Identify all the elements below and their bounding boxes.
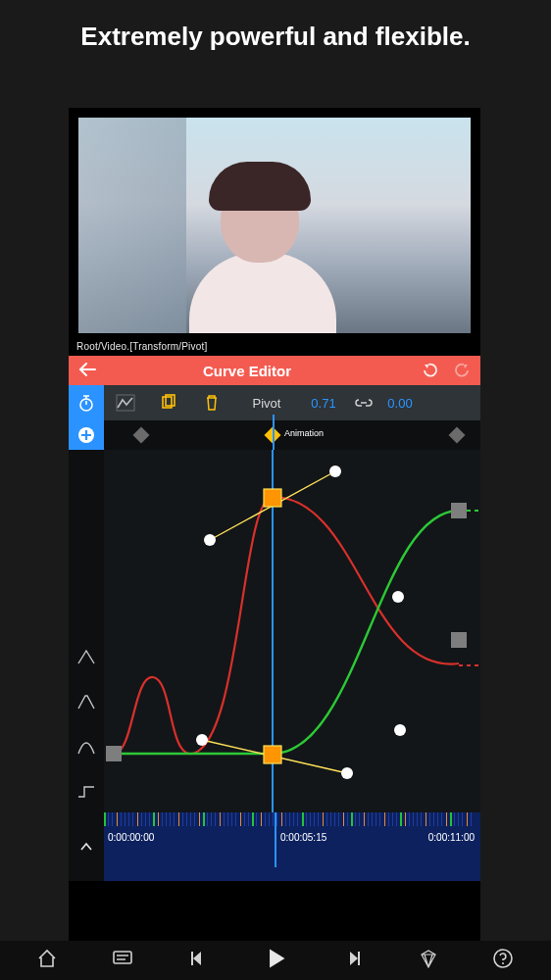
video-preview[interactable] [78,118,471,333]
graph-mode-icon[interactable] [104,385,147,420]
time-label: 0:00:05:15 [280,832,326,843]
curve-toolbar: Pivot 0.71 0.00 [69,385,480,420]
svg-rect-20 [191,952,193,965]
keyframe-marker[interactable] [133,427,150,444]
svg-point-23 [502,962,504,964]
easing-linear-icon[interactable] [76,648,96,665]
timeline-ruler[interactable] [104,812,480,826]
app-frame: Root/Video.[Transform/Pivot] Curve Edito… [69,108,480,941]
panel-title: Curve Editor [86,363,408,379]
param-value-1[interactable]: 0.71 [300,385,347,420]
svg-rect-12 [451,632,467,648]
curve-canvas[interactable] [104,450,480,812]
easing-presets [69,450,104,812]
step-forward-icon[interactable] [342,948,364,973]
time-label: 0:00:11:00 [428,832,475,843]
svg-point-14 [329,466,341,477]
svg-point-22 [494,950,512,967]
diamond-icon[interactable] [418,948,439,973]
animation-label: Animation [284,428,324,438]
svg-point-13 [204,534,216,546]
easing-step-icon[interactable] [76,783,96,801]
svg-rect-11 [451,503,467,518]
svg-point-15 [196,734,208,746]
play-icon[interactable] [263,946,288,975]
timeline-labels: 0:00:00:00 0:00:05:15 0:00:11:00 [104,826,480,871]
param-value-2[interactable]: 0.00 [380,385,420,420]
breadcrumb: Root/Video.[Transform/Pivot] [69,333,480,356]
easing-peak-icon[interactable] [76,693,96,710]
step-back-icon[interactable] [187,948,209,973]
svg-rect-8 [264,489,281,507]
param-label: Pivot [233,385,300,420]
svg-rect-9 [264,746,281,763]
keyframe-marker[interactable] [449,427,466,444]
svg-point-17 [392,591,404,603]
add-keyframe-button[interactable] [69,420,104,450]
undo-icon[interactable] [422,362,439,380]
comment-icon[interactable] [112,948,133,973]
curve-area [69,450,480,812]
svg-rect-21 [358,952,360,965]
home-icon[interactable] [36,948,58,973]
easing-bell-icon[interactable] [76,738,96,756]
timeline-collapse-icon[interactable] [69,812,104,881]
svg-rect-10 [106,746,122,761]
copy-icon[interactable] [147,385,190,420]
delete-icon[interactable] [190,385,233,420]
timeline[interactable]: 0:00:00:00 0:00:05:15 0:00:11:00 [69,812,480,881]
keyframe-track[interactable]: Animation [69,420,480,450]
headline: Extremely powerful and flexible. [0,0,551,64]
svg-rect-19 [114,952,131,963]
redo-icon[interactable] [453,362,471,380]
time-label: 0:00:00:00 [108,832,154,843]
help-icon[interactable] [492,948,514,973]
bottom-nav [0,941,551,980]
mode-timing-button[interactable] [69,385,104,420]
svg-point-18 [394,724,406,736]
link-icon[interactable] [347,385,380,420]
svg-point-16 [341,767,353,779]
curve-editor-titlebar: Curve Editor [69,356,480,385]
